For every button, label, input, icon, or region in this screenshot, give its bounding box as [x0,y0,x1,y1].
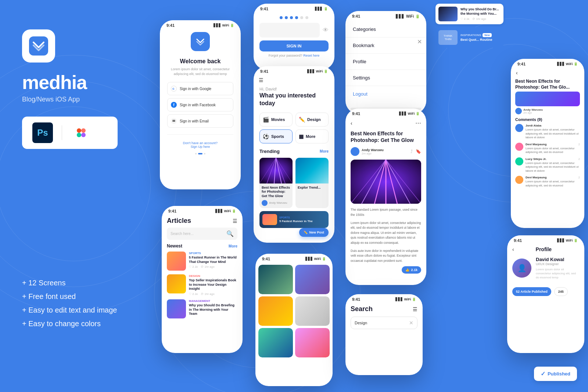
photo-cell-6[interactable] [295,328,330,357]
inspiration-thumb: THINKTHIN [438,30,458,45]
article-title-3: Why you Should Do Breefing in The Mornin… [189,303,237,316]
menu-logout[interactable]: Logout [345,88,426,100]
article-item-3[interactable]: MANAGEMENT Why you Should Do Breefing in… [167,299,237,318]
trend-card-2-info: Explor Trend... [295,183,329,192]
dot-filled-4 [295,16,298,19]
comment-av-1 [515,124,523,132]
bookmark-icon[interactable]: 🔖 [416,149,421,154]
design-emoji: ✏️ [299,117,305,122]
comments-author-name: Andy Waruwu [523,108,543,111]
menu-divider-2 [345,53,426,54]
phone4-status-icons: ▋▋▋ WiFi 🔋 [399,112,420,115]
dot-empty-1 [300,16,303,19]
phone1-time: 9:41 [166,23,175,28]
phone7-status-icons: ▋▋▋ WiFi 🔋 [557,62,578,66]
hamburger-icon[interactable]: ☰ [259,77,263,83]
back-button[interactable]: ‹ [351,120,352,126]
comment-3-body: Lucy Sitepu Jr. 2 Lorem ipsum dolor sit … [526,157,580,173]
share-icon[interactable]: ⤴ [410,149,413,154]
photo-cell-2[interactable] [295,265,330,294]
like-button[interactable]: 👍 2.1k [402,266,421,274]
inspiration-label: INSPIRATIONS [460,33,481,37]
profile-stats: 52 Article Published 245 [507,287,584,296]
facebook-signin-button[interactable]: f Sign in with Facebook [167,98,233,111]
like-bar: 👍 2.1k [351,266,421,274]
phone2-time: 9:41 [260,69,268,74]
newest-more-link[interactable]: More [229,244,237,248]
cat-sports[interactable]: ⚽ Sports [259,129,293,143]
phone2-status-icons: ▋▋▋ WiFi 🔋 [307,70,328,73]
article-thumb-2 [167,274,186,293]
user-info: David Kowal UI/UX Designer Lorem ipsum d… [536,257,579,280]
sign-in-button-main[interactable]: SIGN IN [259,40,329,51]
author-row: Andy Waruwu 2m ago ⤴ 🔖 [351,147,421,156]
signin-content: 👁 SIGN IN Forgot your password? Reset he… [254,13,334,61]
search-input-bar[interactable]: Design ✕ [351,317,417,329]
articles-title: Articles [167,217,191,225]
article-info-1: SPORTS 5 Fastest Runner in The World Tha… [189,252,237,268]
comment-av-2 [515,143,523,151]
cat-more[interactable]: ▦ More [295,129,329,143]
search-bar[interactable]: Search here... 🔍 [167,228,237,240]
comment-3-num: 2 [578,157,580,161]
article-item-1[interactable]: SPORTS 5 Fastest Runner in The World Tha… [167,252,237,271]
dot-2 [198,153,202,154]
search-menu-icon[interactable]: ☰ [413,306,417,312]
articles-menu-icon[interactable]: ☰ [233,218,237,224]
cat-design[interactable]: ✏️ Design [295,113,329,126]
phone7-back-button[interactable]: ‹ [516,70,518,76]
user-role: UI/UX Designer [536,262,579,266]
google-signin-button[interactable]: G Sign in with Google [167,82,233,95]
phone6-status-icons: ▋▋▋ WiFi 🔋 [557,239,578,242]
trending-label: Trending [259,149,280,154]
comment-4-text: Lorem ipsum dolor sit amet, consectetur … [526,180,580,188]
photo-cell-3[interactable] [258,296,293,326]
menu-bookmark[interactable]: Bookmark [345,39,426,52]
password-field[interactable] [259,23,320,38]
sports-banner-title: 5 Fastest Runner in The [279,220,313,223]
feature-4: + Easy to change colors [22,320,117,328]
brand-name: medhia [22,71,118,93]
trend-card-1-author: Andy Waruwu [262,200,290,206]
search-clear-button[interactable]: ✕ [409,320,413,326]
photo-grid [258,265,330,357]
trending-more-link[interactable]: More [320,149,329,153]
email-signin-button[interactable]: ✉ Sign in with Email [167,114,233,128]
photo-cell-4[interactable] [295,296,330,326]
article-cat-3: MANAGEMENT [189,299,237,303]
photo-cell-1[interactable] [258,265,293,294]
more-options-button[interactable]: ⋯ [415,120,421,126]
forgot-password[interactable]: Forgot your password? Reset here [259,54,329,57]
signup-link[interactable]: Sign Up here [183,145,218,149]
cat-movies[interactable]: 🎬 Movies [259,113,293,126]
menu-profile[interactable]: Profile [345,55,426,68]
app-logo-label: medhia [196,53,205,55]
comment-3-text: Lorem ipsum dolor sit amet, consectetur … [526,161,580,173]
eye-icon[interactable]: 👁 [323,27,329,33]
phone-profile: 9:41 ▋▋▋ WiFi 🔋 ‹ Profile 👤 David Kowal … [507,235,584,353]
new-post-fab[interactable]: ✏️ New Post [299,228,329,237]
menu-divider-3 [345,70,426,70]
scroll-dots [195,153,205,154]
search-input-value[interactable]: Design [355,321,407,325]
dot-filled-3 [290,16,293,19]
user-name: David Kowal [536,257,579,262]
detail-hero-image [351,160,421,204]
close-menu-button[interactable]: ✕ [417,38,422,45]
phone3-status-icons: ▋▋▋ WiFi 🔋 [215,209,236,213]
trend-card-2-img [295,158,329,183]
checkmark-icon: ✓ [541,370,545,377]
phone2-nav: ☰ [254,75,334,85]
article-item-2[interactable]: DESIGN Top Seller Inspirationals Book to… [167,274,237,296]
menu-settings[interactable]: Settings [345,71,426,84]
comments-author-avatar [515,108,522,114]
comment-2-num: 2 [578,143,580,147]
articles-header: Articles ☰ [167,217,237,225]
photo-robot [295,296,330,326]
photo-cell-5[interactable] [258,328,293,357]
photo-6 [295,328,330,357]
stat-followers: 245 [554,287,568,296]
divider [167,134,233,135]
menu-categories[interactable]: Categories [345,23,426,36]
user-card: 👤 David Kowal UI/UX Designer Lorem ipsum… [512,257,579,280]
